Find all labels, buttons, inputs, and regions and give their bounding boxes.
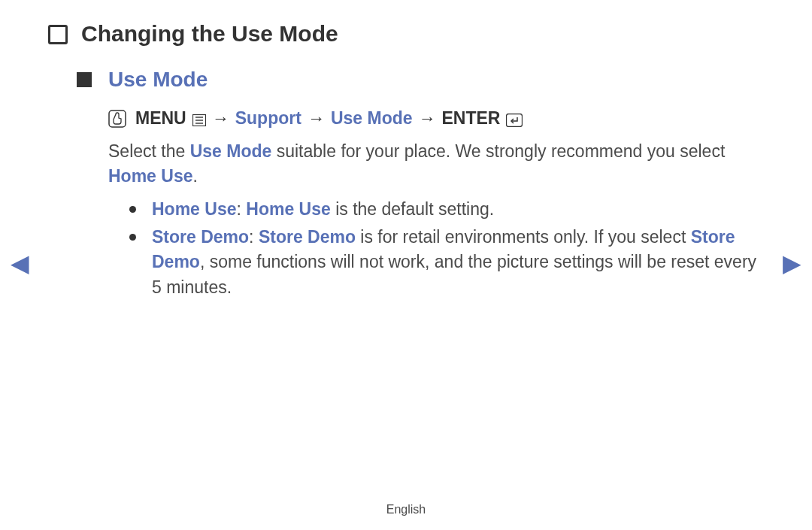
store-demo-sep: : <box>249 227 259 247</box>
bullet-home-use: Home Use: Home Use is the default settin… <box>129 197 767 222</box>
store-demo-label: Store Demo <box>152 227 249 247</box>
home-use-label2: Home Use <box>246 199 330 219</box>
bullet-list: Home Use: Home Use is the default settin… <box>129 197 767 300</box>
subtitle: Use Mode <box>77 68 767 92</box>
nav-item-use-mode: Use Mode <box>331 108 413 129</box>
intro-term1: Use Mode <box>190 141 272 161</box>
arrow-3: → <box>419 108 436 129</box>
menu-label: MENU <box>135 108 186 129</box>
svg-rect-5 <box>507 114 523 126</box>
store-demo-rest2: , some functions will not work, and the … <box>152 252 756 296</box>
page-title-text: Changing the Use Mode <box>81 21 338 47</box>
subtitle-text: Use Mode <box>108 68 208 92</box>
footer-language: English <box>0 503 812 516</box>
page-title: Changing the Use Mode <box>48 21 767 47</box>
section-marker-icon <box>48 25 68 44</box>
home-use-label: Home Use <box>152 199 236 219</box>
next-page-button[interactable]: ▶ <box>783 251 801 275</box>
enter-icon <box>506 114 523 127</box>
nav-item-support: Support <box>235 108 301 129</box>
store-demo-rest1: is for retail environments only. If you … <box>356 227 691 247</box>
intro-term2: Home Use <box>108 166 192 186</box>
nav-path: MENU → Support → Use Mode → ENTER <box>108 108 767 129</box>
menu-icon <box>192 114 206 126</box>
store-demo-label2: Store Demo <box>259 227 356 247</box>
arrow-2: → <box>308 108 325 129</box>
intro-part2: suitable for your place. We strongly rec… <box>271 141 725 161</box>
intro-part1: Select the <box>108 141 190 161</box>
arrow-1: → <box>212 108 229 129</box>
touch-icon <box>108 110 126 128</box>
enter-label: ENTER <box>442 108 501 129</box>
bullet-store-demo: Store Demo: Store Demo is for retail env… <box>129 225 767 300</box>
prev-page-button[interactable]: ◀ <box>11 251 29 275</box>
home-use-rest: is the default setting. <box>331 199 494 219</box>
intro-part3: . <box>192 166 197 186</box>
home-use-sep: : <box>236 199 246 219</box>
subtitle-bullet-icon <box>77 72 92 87</box>
section: Use Mode MENU → Support → Use Mode → ENT… <box>77 68 767 300</box>
intro-text: Select the Use Mode suitable for your pl… <box>108 139 767 189</box>
